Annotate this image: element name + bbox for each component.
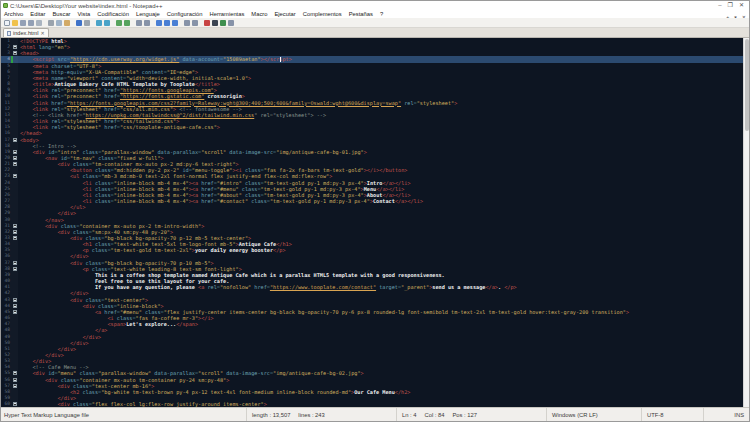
- notepadpp-icon: [3, 3, 8, 8]
- text-caret: [280, 57, 281, 62]
- undo-icon[interactable]: [75, 19, 83, 27]
- cut-icon[interactable]: [47, 19, 55, 27]
- copy-icon[interactable]: [55, 19, 63, 27]
- menu-item-codificación[interactable]: Codificación: [97, 11, 129, 17]
- fold-collapse-icon[interactable]: [13, 378, 17, 382]
- fold-collapse-icon[interactable]: [13, 224, 17, 228]
- status-encoding[interactable]: UTF-8: [642, 408, 704, 421]
- scrollbar-thumb[interactable]: [745, 39, 749, 131]
- menu-item-macro[interactable]: Macro: [251, 11, 267, 17]
- fold-collapse-icon[interactable]: [13, 236, 17, 240]
- menu-item-configuración[interactable]: Configuración: [167, 11, 203, 17]
- status-bar: Hyper Text Markup Language file length :…: [1, 407, 749, 421]
- function-list-icon[interactable]: [191, 19, 199, 27]
- fold-collapse-icon[interactable]: [13, 162, 17, 166]
- open-file-icon[interactable]: [11, 19, 19, 27]
- fold-collapse-icon[interactable]: [13, 174, 17, 178]
- save-file-icon[interactable]: [19, 19, 27, 27]
- fold-collapse-icon[interactable]: [13, 150, 17, 154]
- menu-item-?[interactable]: ?: [380, 11, 383, 17]
- status-length-lines: length : 13,507 lines : 243: [247, 408, 397, 421]
- run-macro-multiple-icon[interactable]: [227, 19, 235, 27]
- document-icon: [7, 31, 11, 36]
- tab-close-icon[interactable]: ✕: [41, 30, 45, 36]
- sync-horizontal-scroll-icon[interactable]: [143, 19, 151, 27]
- fold-collapse-icon[interactable]: [13, 371, 17, 375]
- menu-item-archivo[interactable]: Archivo: [4, 11, 23, 17]
- fold-collapse-icon[interactable]: [13, 310, 17, 314]
- tab-label: index.html: [13, 30, 39, 36]
- fold-collapse-icon[interactable]: [13, 298, 17, 302]
- fold-collapse-icon[interactable]: [13, 261, 17, 265]
- new-file-icon[interactable]: [3, 19, 11, 27]
- redo-icon[interactable]: [83, 19, 91, 27]
- status-ln: Ln : 4: [402, 412, 417, 418]
- fold-collapse-icon[interactable]: [13, 156, 17, 160]
- menu-item-vista[interactable]: Vista: [78, 11, 91, 17]
- menu-items: ArchivoEditarBuscarVistaCodificaciónLeng…: [4, 11, 721, 17]
- fold-collapse-icon[interactable]: [13, 138, 17, 142]
- tab-bar: index.html ✕: [1, 28, 749, 38]
- print-icon[interactable]: [35, 19, 43, 27]
- menu-item-lenguaje[interactable]: Lenguaje: [136, 11, 160, 17]
- fold-collapse-icon[interactable]: [13, 51, 17, 55]
- play-macro-icon[interactable]: [219, 19, 227, 27]
- vertical-scrollbar[interactable]: [743, 38, 749, 407]
- find-icon[interactable]: [95, 19, 103, 27]
- status-pos: Pos : 127: [453, 412, 478, 418]
- title-bar: C:\Users\E\Desktop\Your website\index.ht…: [1, 1, 749, 10]
- fold-collapse-icon[interactable]: [13, 304, 17, 308]
- status-caret-position: Ln : 4 Col : 84 Pos : 127: [397, 408, 547, 421]
- notepad-plus-plus-window: C:\Users\E\Desktop\Your website\index.ht…: [0, 0, 750, 422]
- sync-vertical-scroll-icon[interactable]: [135, 19, 143, 27]
- word-wrap-icon[interactable]: [155, 19, 163, 27]
- document-map-icon[interactable]: [183, 19, 191, 27]
- status-eol-format[interactable]: Windows (CR LF): [547, 408, 642, 421]
- menu-item-herramientas[interactable]: Herramientas: [210, 11, 245, 17]
- menu-item-editar[interactable]: Editar: [30, 11, 45, 17]
- window-title: C:\Users\E\Desktop\Your website\index.ht…: [10, 3, 718, 9]
- fold-collapse-icon[interactable]: [13, 45, 17, 49]
- fold-collapse-icon[interactable]: [13, 267, 17, 271]
- show-all-characters-icon[interactable]: [163, 19, 171, 27]
- editor[interactable]: 1<!DOCTYPE html>2<html lang="en">3<head>…: [1, 38, 743, 407]
- record-macro-icon[interactable]: [203, 19, 211, 27]
- status-doc-type: Hyper Text Markup Language file: [1, 408, 247, 421]
- zoom-out-icon[interactable]: [123, 19, 131, 27]
- toolbar-icons: [3, 19, 235, 27]
- status-col: Col : 84: [425, 412, 445, 418]
- menu-item-complementos[interactable]: Complementos: [303, 11, 342, 17]
- tab-index-html[interactable]: index.html ✕: [3, 28, 49, 37]
- indent-guide-icon[interactable]: [171, 19, 179, 27]
- fold-collapse-icon[interactable]: [13, 384, 17, 388]
- save-all-icon[interactable]: [27, 19, 35, 27]
- fold-collapse-icon[interactable]: [13, 230, 17, 234]
- menu-bar: ArchivoEditarBuscarVistaCodificaciónLeng…: [1, 10, 749, 18]
- stop-macro-icon[interactable]: [211, 19, 219, 27]
- paste-icon[interactable]: [63, 19, 71, 27]
- fold-collapse-icon[interactable]: [13, 402, 17, 406]
- zoom-in-icon[interactable]: [115, 19, 123, 27]
- status-insert-mode[interactable]: INS: [704, 408, 749, 421]
- toolbar: [1, 18, 749, 28]
- menu-item-pestañas[interactable]: Pestañas: [349, 11, 373, 17]
- menu-item-buscar[interactable]: Buscar: [53, 11, 71, 17]
- menu-item-ejecutar[interactable]: Ejecutar: [274, 11, 295, 17]
- status-length: length : 13,507: [252, 412, 290, 418]
- status-lines: lines : 243: [298, 412, 324, 418]
- find-replace-icon[interactable]: [103, 19, 111, 27]
